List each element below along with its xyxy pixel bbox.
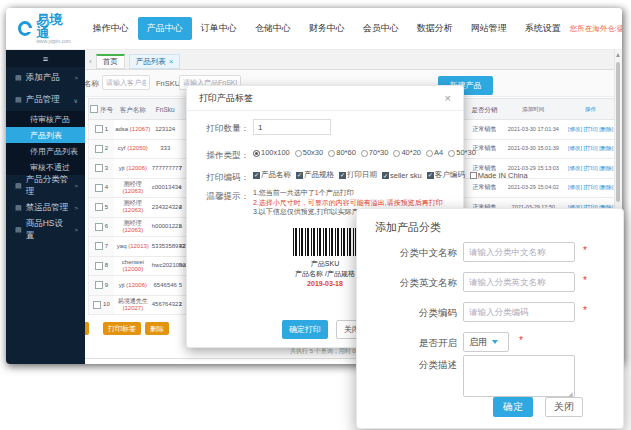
nav-finance-center[interactable]: 财务中心 [300, 17, 354, 40]
radio-option[interactable]: 50x30 [295, 148, 323, 157]
category-en-label: 分类英文名称 [357, 277, 457, 290]
nav-product-center[interactable]: 产品中心 [138, 17, 192, 40]
close-button[interactable]: 关闭 [545, 397, 583, 417]
row-checkbox[interactable] [95, 242, 103, 250]
delete-button[interactable]: 删除 [145, 322, 169, 335]
row-checkbox[interactable] [95, 223, 103, 231]
checkbox-option[interactable]: 产品名称 [253, 170, 291, 180]
chevron-left-icon[interactable]: ‹ [89, 57, 92, 66]
row-action-links[interactable]: [修改] [打印] [删除] [563, 126, 618, 133]
confirm-button[interactable]: 确定 [493, 397, 533, 417]
menu-icon: ▤ [15, 96, 22, 104]
category-en-input[interactable] [463, 272, 575, 292]
close-icon[interactable]: × [169, 57, 174, 66]
category-cn-label: 分类中文名称 [357, 247, 457, 260]
confirm-print-button[interactable]: 确定打印 [282, 320, 328, 339]
checkbox-icon [470, 172, 477, 179]
nav-system-settings[interactable]: 系统设置 [516, 17, 570, 40]
radio-option[interactable]: 80*60 [328, 148, 356, 157]
radio-option[interactable]: 50*30 [448, 148, 476, 157]
row-checkbox[interactable] [95, 262, 103, 270]
resize-grip-icon: ◢ [568, 390, 573, 397]
print-qty-input[interactable] [253, 119, 331, 135]
category-modal-buttons: 确定 关闭 [493, 397, 583, 417]
required-asterisk: * [583, 245, 587, 256]
warehouse-notice[interactable]: 您所在海外仓:德州1仓 [570, 24, 622, 34]
clipped-action-button[interactable] [85, 322, 89, 335]
close-icon[interactable]: × [445, 92, 451, 104]
description-textarea[interactable] [463, 355, 575, 397]
row-action-links[interactable]: [修改] [打印] [删除] [563, 165, 618, 172]
sidebar-item-product-list[interactable]: 产品列表 [6, 127, 85, 143]
sidebar-item-product-management[interactable]: ▤ 产品管理 ∨ [6, 89, 85, 111]
row-action-links[interactable]: [修改] [打印] [删除] [563, 145, 618, 152]
screenshot-root: 易境通 www.yqpin.com 操作中心 产品中心 订单中心 仓储中心 财务… [0, 0, 631, 430]
print-label-button[interactable]: 打印标签 [103, 322, 141, 335]
category-cn-input[interactable] [463, 242, 575, 262]
sidebar-collapse-icon[interactable] [6, 50, 85, 67]
modal-title-bar: 打印产品标签 × [187, 86, 463, 111]
radio-icon [328, 150, 335, 157]
sidebar: ▤ 添加产品 > ▤ 产品管理 ∨ 待审核产品 产品列表 停用产品列表 审核不通… [6, 50, 85, 364]
checkbox-option[interactable]: 产品规格 [296, 170, 334, 180]
row-checkbox[interactable] [95, 145, 103, 153]
sidebar-item-banned-goods[interactable]: ▤ 禁运品管理 > [6, 197, 85, 219]
radio-option[interactable]: 100x100 [253, 148, 290, 157]
sidebar-item-hs-settings[interactable]: ▤ 商品HS设置 > [6, 219, 85, 241]
tab-home[interactable]: 首页 [96, 54, 125, 69]
checkbox-option[interactable]: seller sku [382, 171, 422, 180]
row-checkbox[interactable] [95, 203, 103, 211]
menu-icon: ▤ [15, 226, 22, 234]
menu-icon: ▤ [15, 182, 22, 190]
tip-line-1: 1.您当前一共选中了1个产品打印 [253, 188, 443, 198]
radio-option[interactable]: 70*30 [361, 148, 389, 157]
nav-member-center[interactable]: 会员中心 [354, 17, 408, 40]
logo-icon [18, 21, 32, 36]
nav-order-center[interactable]: 订单中心 [192, 17, 246, 40]
tip-line-2: 2.选择小尺寸时，可显示的内容可能有溢出,请按预览后再打印 [253, 198, 443, 208]
modal-title: 打印产品标签 [199, 92, 253, 105]
row-checkbox[interactable] [95, 164, 103, 172]
sidebar-item-pending-products[interactable]: 待审核产品 [6, 111, 85, 127]
sidebar-item-add-product[interactable]: ▤ 添加产品 > [6, 67, 85, 89]
scroll-up-icon[interactable] [616, 53, 620, 57]
chevron-right-icon: > [74, 75, 78, 81]
sidebar-item-disabled-products[interactable]: 停用产品列表 [6, 143, 85, 159]
nav-data-analysis[interactable]: 数据分析 [408, 17, 462, 40]
print-size-label: 操作类型： [187, 150, 249, 162]
radio-option[interactable]: 40*20 [393, 148, 421, 157]
checkbox-icon [339, 172, 346, 179]
radio-icon [295, 150, 302, 157]
row-checkbox[interactable] [95, 184, 103, 192]
radio-icon [393, 150, 400, 157]
nav-site-management[interactable]: 网站管理 [462, 17, 516, 40]
customer-name-input[interactable] [102, 75, 150, 90]
row-action-links[interactable]: [修改] [打印] [删除] [563, 184, 618, 191]
enable-label: 是否开启 [357, 337, 457, 350]
select-all-checkbox[interactable] [90, 105, 98, 113]
logo[interactable]: 易境通 www.yqpin.com [18, 13, 72, 44]
row-checkbox[interactable] [95, 125, 103, 133]
checkbox-option[interactable]: Made IN China [470, 171, 528, 180]
top-header: 易境通 www.yqpin.com 操作中心 产品中心 订单中心 仓储中心 财务… [6, 8, 622, 50]
tab-product-list[interactable]: 产品列表 × [129, 54, 181, 69]
row-checkbox[interactable] [93, 301, 101, 309]
chevron-right-icon: > [74, 227, 78, 233]
category-code-label: 分类编码 [357, 307, 457, 320]
radio-icon [448, 150, 455, 157]
radio-option[interactable]: A4 [426, 148, 443, 157]
category-code-input[interactable] [463, 302, 575, 322]
nav-warehouse-center[interactable]: 仓储中心 [246, 17, 300, 40]
nav-operation-center[interactable]: 操作中心 [84, 17, 138, 40]
sidebar-item-category-management[interactable]: ▤ 产品分类管理 > [6, 175, 85, 197]
customer-name-label: 客户名称 [85, 79, 99, 89]
checkbox-icon [253, 172, 260, 179]
enable-select[interactable]: 启用 [463, 332, 509, 352]
row-checkbox[interactable] [95, 281, 103, 289]
sidebar-item-review-failed[interactable]: 审核不通过 [6, 159, 85, 175]
checkbox-option[interactable]: 打印日期 [339, 170, 377, 180]
scrollbar-thumb[interactable] [616, 62, 620, 202]
logo-subtitle: www.yqpin.com [36, 39, 72, 44]
chevron-down-icon: ∨ [74, 97, 78, 104]
checkbox-option[interactable]: 客户编码 [427, 170, 465, 180]
